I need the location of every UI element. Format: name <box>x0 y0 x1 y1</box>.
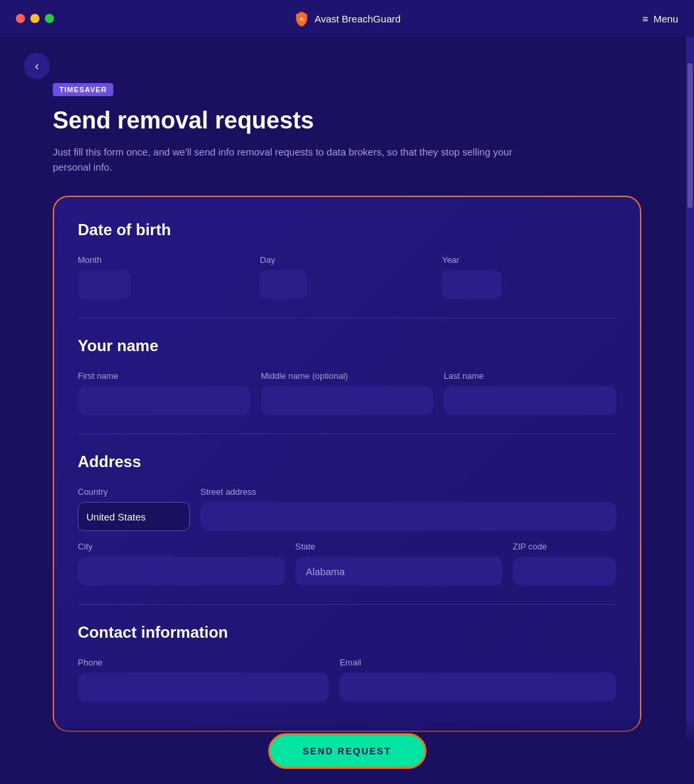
dob-section-title: Date of birth <box>78 221 616 239</box>
divider-2 <box>78 434 616 434</box>
last-name-group: Last name <box>444 371 616 415</box>
street-group: Street address <box>200 487 616 531</box>
email-label: Email <box>339 658 616 667</box>
hamburger-icon: ≡ <box>643 13 649 24</box>
main-content: TIMESAVER Send removal requests Just fil… <box>0 37 694 784</box>
menu-button[interactable]: ≡ Menu <box>643 13 678 24</box>
day-field-group: Day <box>260 255 434 299</box>
year-input[interactable] <box>442 270 502 299</box>
titlebar: A Avast BreachGuard ≡ Menu <box>0 0 694 37</box>
first-name-input[interactable] <box>78 386 250 415</box>
minimize-button[interactable] <box>30 14 40 23</box>
svg-text:A: A <box>299 16 304 22</box>
month-label: Month <box>78 255 252 265</box>
country-label: Country <box>78 487 190 497</box>
phone-input[interactable] <box>78 673 329 702</box>
bottom-bar: SEND REQUEST <box>0 718 694 784</box>
name-section-title: Your name <box>78 337 616 355</box>
state-group: State Alabama <box>295 542 502 586</box>
first-name-group: First name <box>78 371 250 415</box>
middle-name-group: Middle name (optional) <box>261 371 434 415</box>
form-card: Date of birth Month Day Year Your name F… <box>53 196 641 732</box>
maximize-button[interactable] <box>45 14 54 23</box>
year-field-group: Year <box>442 255 616 299</box>
phone-group: Phone <box>78 658 329 702</box>
month-field-group: Month <box>78 255 252 299</box>
address-section-title: Address <box>78 453 616 471</box>
dob-fields: Month Day Year <box>78 255 616 299</box>
app-title: A Avast BreachGuard <box>293 11 401 26</box>
address-top-row: Country United States Street address <box>78 487 616 531</box>
city-label: City <box>78 542 285 551</box>
email-group: Email <box>339 658 616 702</box>
year-label: Year <box>442 255 616 265</box>
zip-label: ZIP code <box>513 542 616 551</box>
traffic-lights <box>16 14 54 23</box>
street-label: Street address <box>200 487 616 497</box>
country-group: Country United States <box>78 487 190 531</box>
name-fields-row: First name Middle name (optional) Last n… <box>78 371 616 415</box>
day-input[interactable] <box>260 270 307 299</box>
divider-1 <box>78 318 616 318</box>
send-request-button[interactable]: SEND REQUEST <box>268 733 426 769</box>
state-select[interactable]: Alabama <box>295 557 502 586</box>
city-input[interactable] <box>78 557 285 586</box>
divider-3 <box>78 604 616 605</box>
close-button[interactable] <box>16 14 25 23</box>
page-subtitle: Just fill this form once, and we'll send… <box>53 145 514 175</box>
city-state-zip-row: City State Alabama ZIP code <box>78 542 616 586</box>
timesaver-badge: TIMESAVER <box>53 83 113 96</box>
contact-section-title: Contact information <box>78 623 616 642</box>
zip-input[interactable] <box>513 557 616 586</box>
state-label: State <box>295 542 502 551</box>
email-input[interactable] <box>339 673 616 702</box>
first-name-label: First name <box>78 371 250 381</box>
middle-name-label: Middle name (optional) <box>261 371 434 381</box>
middle-name-input[interactable] <box>261 386 434 415</box>
last-name-input[interactable] <box>444 386 616 415</box>
last-name-label: Last name <box>444 371 616 381</box>
phone-label: Phone <box>78 658 329 667</box>
zip-group: ZIP code <box>513 542 616 586</box>
street-input[interactable] <box>200 502 616 531</box>
page-title: Send removal requests <box>53 107 641 134</box>
city-group: City <box>78 542 285 586</box>
month-input[interactable] <box>78 270 130 299</box>
day-label: Day <box>260 255 434 265</box>
country-select[interactable]: United States <box>78 502 190 531</box>
contact-row: Phone Email <box>78 658 616 702</box>
shield-icon: A <box>293 11 309 26</box>
